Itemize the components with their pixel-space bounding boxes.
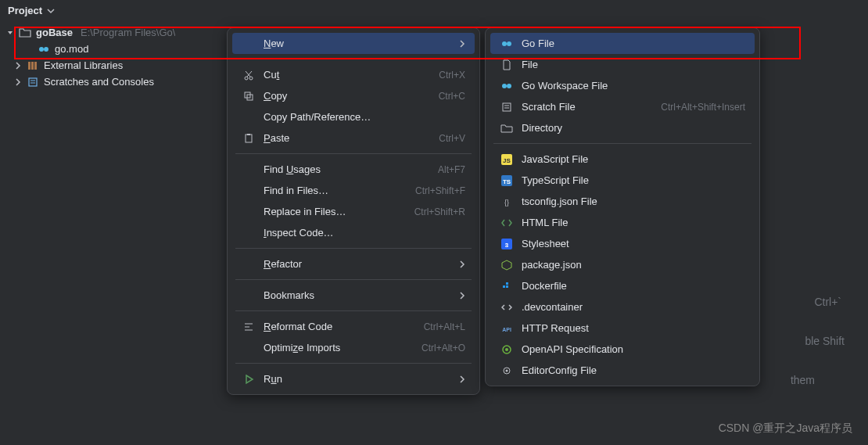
menu-tsconfig-label: tsconfig.json File bbox=[522, 196, 745, 207]
menu-stylesheet[interactable]: 3 Stylesheet bbox=[490, 233, 755, 254]
svg-point-29 bbox=[505, 348, 508, 351]
run-icon bbox=[242, 374, 256, 385]
menu-go-file-label: Go File bbox=[522, 38, 745, 49]
tree-file-gomod[interactable]: go.mod bbox=[0, 41, 227, 57]
menu-editorconfig[interactable]: EditorConfig File bbox=[490, 360, 755, 381]
menu-separator bbox=[235, 279, 472, 280]
chevron-right-icon bbox=[459, 292, 465, 300]
menu-refactor-label: Refactor bbox=[264, 258, 451, 270]
menu-run-label: Run bbox=[264, 373, 451, 385]
menu-go-file[interactable]: Go File bbox=[490, 33, 755, 54]
menu-go-workspace[interactable]: Go Workspace File bbox=[490, 75, 755, 96]
svg-rect-25 bbox=[506, 285, 508, 288]
menu-optimize-key: Ctrl+Alt+O bbox=[421, 343, 465, 353]
svg-point-12 bbox=[502, 41, 507, 46]
folder-icon bbox=[500, 123, 514, 134]
menu-js-file[interactable]: JS JavaScript File bbox=[490, 149, 755, 170]
menu-replace-in-files[interactable]: Replace in Files… Ctrl+Shift+R bbox=[232, 201, 475, 222]
menu-openapi[interactable]: OpenAPI Specification bbox=[490, 339, 755, 360]
js-icon: JS bbox=[500, 154, 514, 165]
menu-cut-label: Cut bbox=[264, 69, 431, 81]
tree-scratch-label: Scratches and Consoles bbox=[44, 76, 154, 88]
tree-root-label: goBase bbox=[36, 27, 73, 38]
menu-refactor[interactable]: Refactor bbox=[232, 253, 475, 275]
menu-reformat-key: Ctrl+Alt+L bbox=[424, 321, 465, 332]
bg-shortcut-3: them bbox=[791, 374, 815, 386]
menu-inspect-label: Inspect Code… bbox=[264, 227, 465, 239]
menu-run[interactable]: Run bbox=[232, 368, 475, 389]
svg-text:JS: JS bbox=[503, 157, 511, 164]
menu-reformat[interactable]: Reformat Code Ctrl+Alt+L bbox=[232, 316, 475, 337]
menu-optimize[interactable]: Optimize Imports Ctrl+Alt+O bbox=[232, 337, 475, 358]
panel-title-label: Project bbox=[8, 5, 42, 16]
menu-copy-label: Copy bbox=[264, 90, 431, 102]
scratch-icon bbox=[500, 102, 514, 113]
menu-html-label: HTML File bbox=[522, 217, 745, 228]
context-menu-main: New Cut Ctrl+X Copy Ctrl+C Copy Path/Ref… bbox=[227, 27, 480, 395]
folder-icon bbox=[19, 27, 31, 38]
menu-copy[interactable]: Copy Ctrl+C bbox=[232, 85, 475, 106]
docker-icon bbox=[500, 281, 514, 292]
menu-find-in-files[interactable]: Find in Files… Ctrl+Shift+F bbox=[232, 180, 475, 201]
tree-external-libraries[interactable]: External Libraries bbox=[0, 57, 227, 74]
menu-cut-key: Ctrl+X bbox=[439, 70, 465, 81]
menu-directory[interactable]: Directory bbox=[490, 117, 755, 138]
menu-package-json[interactable]: package.json bbox=[490, 254, 755, 275]
reformat-icon bbox=[242, 321, 256, 332]
menu-separator bbox=[235, 363, 472, 364]
menu-find-in-files-key: Ctrl+Shift+F bbox=[415, 185, 465, 196]
menu-directory-label: Directory bbox=[522, 122, 745, 134]
menu-scratch-file[interactable]: Scratch File Ctrl+Alt+Shift+Insert bbox=[490, 96, 755, 117]
menu-docker-label: Dockerfile bbox=[522, 280, 745, 292]
menu-html-file[interactable]: HTML File bbox=[490, 212, 755, 233]
svg-rect-3 bbox=[31, 62, 34, 70]
menu-npm-label: package.json bbox=[522, 259, 745, 271]
tree-scratches[interactable]: Scratches and Consoles bbox=[0, 74, 227, 90]
svg-text:TS: TS bbox=[503, 178, 511, 185]
bg-shortcut-1: Ctrl+` bbox=[814, 296, 841, 308]
svg-point-6 bbox=[245, 77, 248, 80]
menu-new[interactable]: New bbox=[232, 33, 475, 54]
menu-devcontainer[interactable]: .devcontainer bbox=[490, 296, 755, 318]
tsconfig-icon: {} bbox=[500, 196, 514, 207]
menu-paste-key: Ctrl+V bbox=[439, 133, 465, 144]
file-icon bbox=[500, 59, 514, 70]
chevron-right-icon bbox=[459, 375, 465, 383]
menu-inspect-code[interactable]: Inspect Code… bbox=[232, 222, 475, 243]
panel-title[interactable]: Project bbox=[0, 0, 227, 21]
copy-icon bbox=[242, 91, 256, 102]
menu-js-label: JavaScript File bbox=[522, 153, 745, 165]
tree-root[interactable]: goBase E:\Program Files\Go\ bbox=[0, 24, 227, 41]
go-file-icon bbox=[38, 44, 50, 55]
svg-rect-2 bbox=[28, 62, 30, 70]
menu-paste[interactable]: Paste Ctrl+V bbox=[232, 127, 475, 149]
menu-copy-path[interactable]: Copy Path/Reference… bbox=[232, 106, 475, 127]
chevron-right-icon bbox=[459, 260, 465, 268]
menu-editorconfig-label: EditorConfig File bbox=[522, 364, 745, 376]
svg-rect-11 bbox=[247, 134, 250, 135]
menu-separator bbox=[493, 143, 751, 144]
devcontainer-icon bbox=[500, 302, 514, 313]
menu-new-label: New bbox=[264, 38, 451, 49]
menu-ts-file[interactable]: TS TypeScript File bbox=[490, 170, 755, 191]
menu-dockerfile[interactable]: Dockerfile bbox=[490, 275, 755, 296]
menu-paste-label: Paste bbox=[264, 132, 431, 144]
menu-ts-label: TypeScript File bbox=[522, 174, 745, 186]
menu-replace-in-files-key: Ctrl+Shift+R bbox=[414, 206, 465, 217]
menu-copy-key: Ctrl+C bbox=[439, 91, 465, 102]
menu-cut[interactable]: Cut Ctrl+X bbox=[232, 64, 475, 85]
menu-separator bbox=[235, 310, 472, 311]
bg-shortcut-2: ble Shift bbox=[805, 335, 845, 347]
menu-bookmarks[interactable]: Bookmarks bbox=[232, 285, 475, 306]
svg-text:{}: {} bbox=[504, 199, 509, 206]
menu-separator bbox=[235, 153, 472, 154]
menu-http-request[interactable]: API HTTP Request bbox=[490, 318, 755, 339]
tree-ext-label: External Libraries bbox=[44, 59, 123, 71]
svg-point-1 bbox=[44, 47, 48, 52]
scratch-icon bbox=[27, 77, 39, 88]
chevron-down-icon bbox=[6, 29, 14, 37]
menu-tsconfig[interactable]: {} tsconfig.json File bbox=[490, 191, 755, 212]
library-icon bbox=[27, 60, 39, 71]
menu-find-usages[interactable]: Find Usages Alt+F7 bbox=[232, 159, 475, 180]
menu-file[interactable]: File bbox=[490, 54, 755, 75]
